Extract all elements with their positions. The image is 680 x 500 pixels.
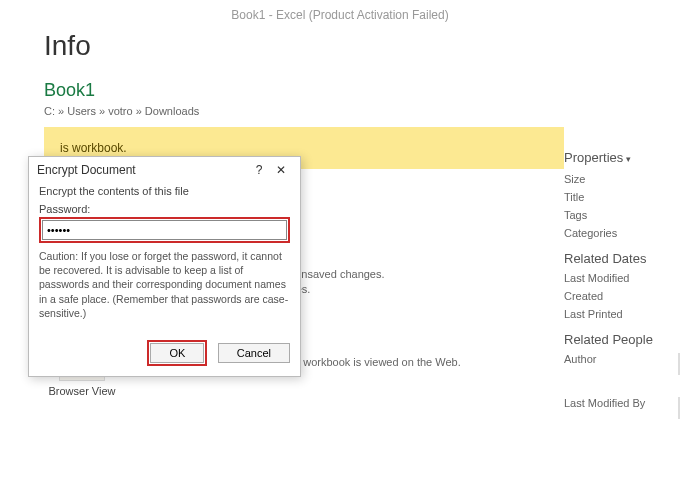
password-label: Password: bbox=[39, 203, 290, 215]
author-row: Author bbox=[564, 353, 680, 375]
caution-text: Caution: If you lose or forget the passw… bbox=[39, 249, 290, 320]
password-input[interactable] bbox=[42, 220, 287, 240]
dialog-subtitle: Encrypt the contents of this file bbox=[39, 185, 290, 197]
page-title: Info bbox=[44, 30, 564, 62]
encrypt-document-dialog: Encrypt Document ? ✕ Encrypt the content… bbox=[28, 156, 301, 377]
ok-highlight: OK bbox=[147, 340, 207, 366]
prop-row: TitleA bbox=[564, 191, 680, 203]
date-row: Last ModifiedT bbox=[564, 272, 680, 284]
properties-panel: Properties Size14 TitleA TagsA Categorie… bbox=[564, 30, 680, 425]
ok-button[interactable]: OK bbox=[150, 343, 204, 363]
document-title: Book1 bbox=[44, 80, 564, 101]
properties-header[interactable]: Properties bbox=[564, 150, 680, 165]
prop-row: TagsA bbox=[564, 209, 680, 221]
modified-by-row: Last Modified By bbox=[564, 397, 680, 419]
dialog-title: Encrypt Document bbox=[37, 163, 248, 177]
prop-row: Size14 bbox=[564, 173, 680, 185]
related-people-header: Related People bbox=[564, 332, 680, 347]
dialog-titlebar[interactable]: Encrypt Document ? ✕ bbox=[29, 157, 300, 183]
password-highlight bbox=[39, 217, 290, 243]
breadcrumb[interactable]: C: » Users » votro » Downloads bbox=[44, 105, 564, 117]
help-button[interactable]: ? bbox=[248, 163, 270, 177]
related-dates-header: Related Dates bbox=[564, 251, 680, 266]
date-row: CreatedT bbox=[564, 290, 680, 302]
prop-row: CategoriesA bbox=[564, 227, 680, 239]
window-title: Book1 - Excel (Product Activation Failed… bbox=[0, 0, 680, 30]
cancel-button[interactable]: Cancel bbox=[218, 343, 290, 363]
browser-view-label: Browser View bbox=[48, 385, 115, 397]
close-button[interactable]: ✕ bbox=[270, 163, 292, 177]
date-row: Last Printed bbox=[564, 308, 680, 320]
